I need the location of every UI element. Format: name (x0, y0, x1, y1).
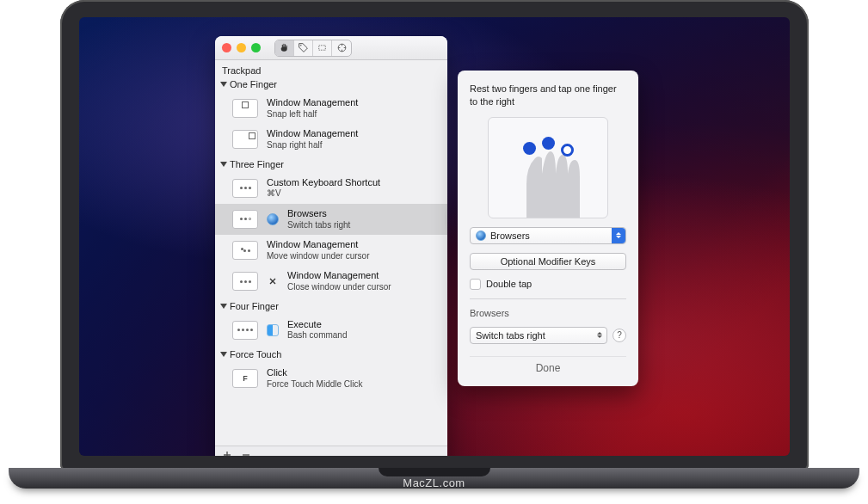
gesture-thumb (232, 272, 258, 291)
finder-icon (267, 324, 279, 336)
gesture-item[interactable]: Window ManagementSnap left half (215, 93, 447, 124)
gesture-item-title: Execute (287, 319, 347, 331)
done-button[interactable]: Done (470, 356, 626, 374)
tag-icon (298, 42, 309, 53)
group-header[interactable]: Three Finger (215, 156, 447, 173)
gesture-item-title: Window Management (287, 270, 391, 282)
svg-rect-1 (319, 46, 326, 50)
toolbar-tab-settings[interactable] (332, 40, 351, 56)
disclosure-triangle-icon (220, 162, 227, 167)
globe-icon (267, 213, 279, 225)
gesture-thumb (232, 321, 258, 340)
settings-icon (336, 42, 348, 53)
zoom-button[interactable] (251, 43, 261, 52)
double-tap-checkbox[interactable] (470, 279, 481, 290)
gesture-thumb: F (232, 369, 258, 388)
svg-point-0 (300, 45, 302, 46)
disclosure-triangle-icon (220, 352, 227, 357)
gesture-item-subtitle: Switch tabs right (287, 220, 350, 231)
disclosure-triangle-icon (220, 304, 227, 309)
close-button[interactable] (222, 43, 231, 52)
gesture-thumb (232, 130, 258, 149)
category-select[interactable]: Browsers (470, 227, 626, 244)
gesture-item-text: Window ManagementSnap left half (267, 97, 358, 120)
toolbar-tab-tag[interactable] (294, 40, 313, 56)
gesture-item[interactable]: BrowsersSwitch tabs right (215, 204, 447, 235)
action-section-label: Browsers (470, 308, 626, 318)
gesture-item-text: BrowsersSwitch tabs right (287, 208, 350, 230)
gesture-item[interactable]: ExecuteBash command (215, 315, 447, 346)
rectangle-icon (317, 42, 328, 53)
gesture-thumb (232, 99, 258, 118)
gesture-item-text: Window ManagementMove window under curso… (267, 239, 370, 261)
window-titlebar (215, 36, 447, 60)
action-select[interactable]: Switch tabs right (470, 327, 607, 344)
gesture-item-text: Window ManagementClose window under curs… (287, 270, 391, 292)
gesture-item-text: Window ManagementSnap right half (267, 128, 358, 151)
gesture-item-subtitle: Snap left half (267, 109, 358, 120)
watermark: MacZL.com (403, 476, 465, 489)
done-label: Done (536, 362, 561, 374)
preferences-window: Trackpad One FingerWindow ManagementSnap… (215, 36, 447, 456)
device-label: Trackpad (215, 62, 447, 76)
finger-dot-1 (523, 142, 536, 155)
gesture-detail-panel: Rest two fingers and tap one finger to t… (458, 71, 638, 386)
gesture-item-subtitle: Move window under cursor (267, 251, 370, 262)
disclosure-triangle-icon (220, 82, 227, 87)
group-name: Three Finger (230, 159, 284, 169)
gesture-item-text: ClickForce Touch Middle Click (267, 367, 363, 390)
modifier-keys-button[interactable]: Optional Modifier Keys (470, 253, 626, 270)
action-select-value: Switch tabs right (476, 330, 545, 341)
stepper-arrows-icon (612, 228, 625, 243)
double-tap-label: Double tap (486, 279, 532, 289)
category-select-value: Browsers (490, 230, 530, 241)
sidebar-bottom-bar (215, 446, 447, 456)
minus-icon (242, 451, 250, 457)
toolbar-segmented (274, 40, 352, 57)
gesture-thumb (232, 179, 258, 198)
finger-dot-2 (542, 137, 555, 150)
gesture-item[interactable]: FClickForce Touch Middle Click (215, 363, 447, 394)
group-name: Force Touch (230, 349, 281, 360)
gesture-thumb (232, 210, 258, 229)
remove-gesture-button[interactable] (241, 450, 251, 457)
gesture-item[interactable]: Window ManagementClose window under curs… (215, 266, 447, 297)
gesture-item[interactable]: Window ManagementSnap right half (215, 124, 447, 155)
gesture-item-title: Custom Keyboard Shortcut (267, 177, 380, 189)
gesture-item-title: Window Management (267, 239, 370, 251)
double-tap-row: Double tap (470, 279, 626, 290)
divider (470, 298, 626, 299)
gesture-sidebar: Trackpad One FingerWindow ManagementSnap… (215, 60, 447, 446)
gesture-instruction: Rest two fingers and tap one finger to t… (470, 83, 626, 108)
gesture-item-title: Click (267, 367, 363, 379)
close-icon (267, 275, 279, 287)
plus-icon (223, 451, 231, 457)
finger-dot-tap (561, 144, 574, 157)
gesture-thumb (232, 241, 258, 260)
modifier-keys-label: Optional Modifier Keys (501, 256, 596, 267)
group-name: One Finger (230, 79, 277, 89)
group-header[interactable]: One Finger (215, 76, 447, 93)
gesture-item[interactable]: Window ManagementMove window under curso… (215, 235, 447, 266)
gesture-item-title: Browsers (287, 208, 350, 220)
gesture-item[interactable]: Custom Keyboard Shortcut⌘V (215, 173, 447, 204)
gesture-item-subtitle: Bash command (287, 330, 347, 341)
stepper-arrows-icon (593, 328, 606, 343)
gesture-item-subtitle: Close window under cursor (287, 282, 391, 293)
toolbar-tab-gestures[interactable] (275, 40, 294, 56)
gesture-item-text: Custom Keyboard Shortcut⌘V (267, 177, 380, 200)
add-gesture-button[interactable] (222, 450, 232, 457)
macbook-frame: Trackpad One FingerWindow ManagementSnap… (60, 0, 809, 471)
gesture-item-subtitle: Snap right half (267, 140, 358, 151)
toolbar-tab-rect[interactable] (313, 40, 332, 56)
group-name: Four Finger (230, 301, 279, 311)
minimize-button[interactable] (237, 43, 246, 52)
globe-icon (476, 230, 486, 241)
group-header[interactable]: Force Touch (215, 346, 447, 363)
gesture-item-subtitle: Force Touch Middle Click (267, 379, 363, 390)
help-button[interactable]: ? (613, 329, 626, 342)
hand-icon (279, 42, 290, 53)
gesture-item-subtitle: ⌘V (267, 188, 380, 200)
gesture-illustration (488, 117, 608, 218)
group-header[interactable]: Four Finger (215, 298, 447, 315)
